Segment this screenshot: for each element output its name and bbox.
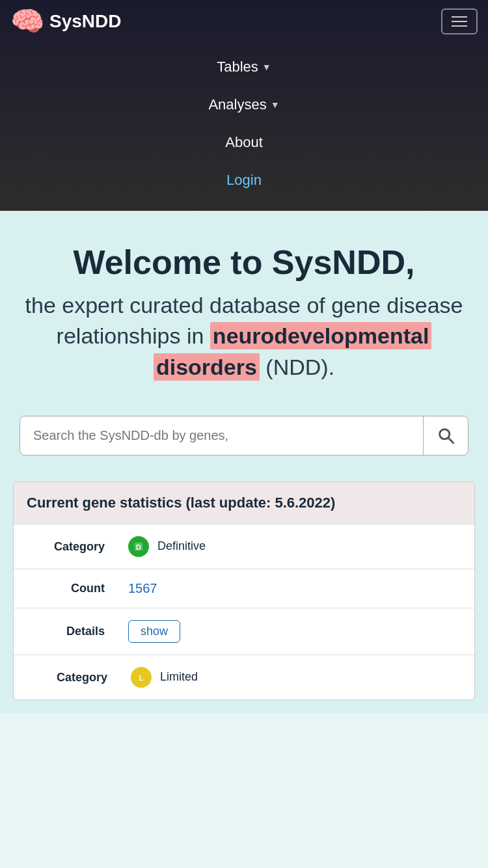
nav-item-analyses[interactable]: Analyses ▼ <box>10 87 478 122</box>
brand-logo[interactable]: 🧠 SysNDD <box>10 8 121 35</box>
brain-icon: 🧠 <box>10 8 44 35</box>
nav-label-analyses: Analyses <box>208 96 266 113</box>
stats-label-category: Category <box>14 524 118 569</box>
chevron-down-icon-2: ▼ <box>271 100 280 110</box>
stats-value-category-limited: L Limited <box>118 655 474 700</box>
hero-subtitle: the expert curated database of gene dise… <box>20 290 468 383</box>
hero-title: Welcome to SysNDD, <box>20 243 468 282</box>
nav-item-about[interactable]: About <box>10 125 478 160</box>
stats-label-details: Details <box>14 608 118 655</box>
svg-line-1 <box>448 438 454 443</box>
badge-limited: L <box>131 667 152 688</box>
nav-label-about: About <box>225 134 263 151</box>
stats-header-text: Current gene statistics (last update: 5.… <box>27 494 461 513</box>
svg-text:D: D <box>136 543 141 551</box>
stats-label-category-2: Category <box>14 655 118 700</box>
stats-row-category-definitive: Category D Definitive <box>14 524 474 569</box>
nav-item-login[interactable]: Login <box>10 163 478 198</box>
category-limited-label: Limited <box>160 670 198 683</box>
search-button[interactable] <box>423 416 468 455</box>
nav-menu: Tables ▼ Analyses ▼ About Login <box>10 43 478 211</box>
stats-table: Category D Definitive Count 15 <box>14 524 474 699</box>
navbar: 🧠 SysNDD Tables ▼ Analyses ▼ About L <box>0 0 488 211</box>
stats-card: Current gene statistics (last update: 5.… <box>13 481 475 701</box>
definitive-icon: D <box>133 541 144 552</box>
stats-header: Current gene statistics (last update: 5.… <box>14 482 474 524</box>
hamburger-line-3 <box>452 25 467 27</box>
stats-count-value: 1567 <box>118 569 474 608</box>
badge-definitive: D <box>128 536 149 557</box>
nav-label-login: Login <box>226 172 262 189</box>
hero-section: Welcome to SysNDD, the expert curated da… <box>0 211 488 409</box>
nav-item-tables[interactable]: Tables ▼ <box>10 49 478 85</box>
highlight-disorders: disorders <box>154 353 260 381</box>
svg-text:L: L <box>139 674 144 682</box>
category-definitive-label: Definitive <box>157 539 206 552</box>
hamburger-line-2 <box>452 21 467 22</box>
stats-row-category-limited: Category L Limited <box>14 655 474 700</box>
stats-row-count: Count 1567 <box>14 569 474 608</box>
limited-icon: L <box>135 671 147 683</box>
brand-name: SysNDD <box>49 11 121 32</box>
hamburger-line-1 <box>452 16 467 18</box>
stats-section: Current gene statistics (last update: 5.… <box>0 481 488 714</box>
hero-text-2: (NDD). <box>260 355 334 379</box>
highlight-neurodevelopmental: neurodevelopmental <box>210 322 432 349</box>
chevron-down-icon: ▼ <box>262 62 271 72</box>
show-details-button[interactable]: show <box>128 620 180 643</box>
nav-label-tables: Tables <box>217 59 258 75</box>
search-section <box>0 409 488 481</box>
search-container <box>20 416 468 455</box>
search-input[interactable] <box>20 416 423 455</box>
search-icon <box>437 426 455 444</box>
hamburger-button[interactable] <box>441 8 478 34</box>
stats-value-category-definitive: D Definitive <box>118 524 474 569</box>
stats-value-details: show <box>118 608 474 655</box>
stats-row-details: Details show <box>14 608 474 655</box>
stats-label-count: Count <box>14 569 118 608</box>
